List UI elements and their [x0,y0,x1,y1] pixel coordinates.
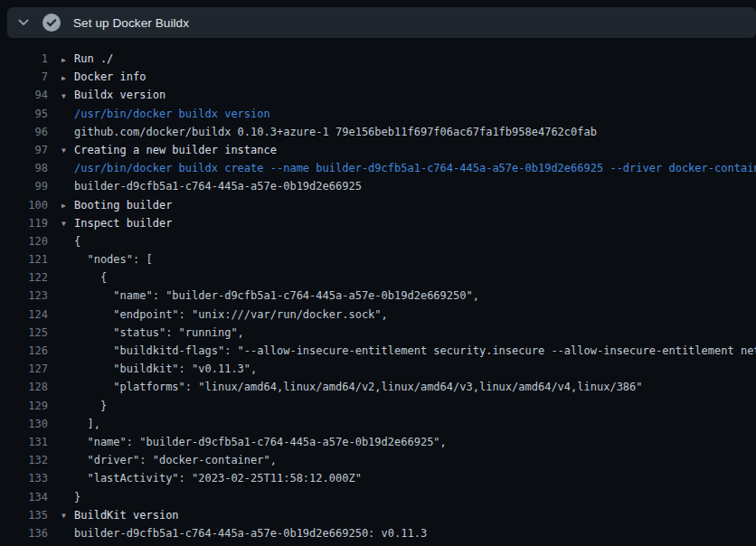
log-line-text: "buildkitd-flags": "--allow-insecure-ent… [74,344,756,357]
line-number-link[interactable]: 132 [0,451,48,469]
log-group-row[interactable]: 1 ▶Run ./ [0,50,756,68]
log-area: 1 ▶Run ./ 7 ▶Docker info 94 ▼Buildx vers… [0,38,756,546]
log-line-text: "status": "running", [74,326,244,339]
group-collapsed-icon: ▶ [61,52,74,69]
log-line-text: Docker info [74,71,146,83]
group-expanded-icon: ▼ [61,142,74,159]
line-number-link[interactable]: 130 [0,415,48,433]
line-number-link[interactable]: 120 [0,232,48,250]
log-line-text: "lastActivity": "2023-02-25T11:58:12.000… [74,472,362,485]
log-line-text: Inspect builder [74,217,172,230]
line-number-link[interactable]: 125 [0,324,48,342]
line-number-link[interactable]: 95 [0,105,48,123]
log-group-row[interactable]: 97 ▼Creating a new builder instance [0,141,756,159]
line-number-link[interactable]: 123 [0,287,48,305]
line-number-link[interactable]: 99 [0,177,48,195]
line-number-link[interactable]: 94 [0,86,48,104]
line-number-link[interactable]: 7 [0,68,48,86]
log-line-text: "nodes": [ [74,253,153,266]
log-line-text: { [74,235,80,248]
log-row: 132 "driver": "docker-container", [0,451,756,469]
log-group-row[interactable]: 135 ▼BuildKit version [0,506,756,524]
group-collapsed-icon: ▶ [61,70,74,87]
line-number-link[interactable]: 126 [0,342,48,360]
log-row: 126 "buildkitd-flags": "--allow-insecure… [0,342,756,360]
log-line-text: "name": "builder-d9cfb5a1-c764-445a-a57e… [74,436,447,448]
log-row: 127 "buildkit": "v0.11.3", [0,360,756,378]
line-number-link[interactable]: 98 [0,159,48,177]
line-number-link[interactable]: 119 [0,214,48,232]
log-line-text: "endpoint": "unix:///var/run/docker.sock… [74,308,388,321]
line-number-link[interactable]: 124 [0,306,48,324]
group-expanded-icon: ▼ [61,88,74,105]
log-line-text: Creating a new builder instance [74,144,277,156]
log-line-text: } [74,400,107,412]
log-line-text: } [74,491,80,504]
log-line-text: "name": "builder-d9cfb5a1-c764-445a-a57e… [74,289,479,302]
log-row: 96 github.com/docker/buildx 0.10.3+azure… [0,123,756,141]
line-number-link[interactable]: 96 [0,123,48,141]
line-number-link[interactable]: 136 [0,524,48,542]
log-row: 129 } [0,397,756,415]
line-number-link[interactable]: 135 [0,506,48,524]
log-row: 123 "name": "builder-d9cfb5a1-c764-445a-… [0,287,756,305]
log-line-text: ], [74,418,100,430]
log-row: 136 builder-d9cfb5a1-c764-445a-a57e-0b19… [0,524,756,542]
log-line-text: github.com/docker/buildx 0.10.3+azure-1 … [74,126,597,138]
log-line-text: BuildKit version [74,509,179,522]
log-row: 98 /usr/bin/docker buildx create --name … [0,159,756,177]
log-row: 133 "lastActivity": "2023-02-25T11:58:12… [0,469,756,487]
line-number-link[interactable]: 134 [0,488,48,506]
log-row: 124 "endpoint": "unix:///var/run/docker.… [0,306,756,324]
line-number-link[interactable]: 121 [0,250,48,268]
line-number-link[interactable]: 129 [0,397,48,415]
log-row: 122 { [0,268,756,287]
line-number-link[interactable]: 127 [0,360,48,378]
line-number-link[interactable]: 128 [0,378,48,396]
log-row: 130 ], [0,415,756,433]
chevron-down-icon[interactable] [16,15,31,30]
log-group-row[interactable]: 100 ▶Booting builder [0,196,756,214]
group-expanded-icon: ▼ [61,215,74,232]
line-number-link[interactable]: 131 [0,433,48,451]
group-collapsed-icon: ▶ [61,197,74,214]
log-line-text: Booting builder [74,199,172,212]
log-row: 128 "platforms": "linux/amd64,linux/amd6… [0,378,756,396]
line-number-link[interactable]: 97 [0,141,48,159]
log-row: 134 } [0,488,756,506]
log-row: 120 { [0,232,756,250]
log-line-text: "platforms": "linux/amd64,linux/amd64/v2… [74,381,643,393]
group-expanded-icon: ▼ [61,507,74,524]
log-line-text: /usr/bin/docker buildx version [74,108,270,120]
log-line-text: { [74,271,107,284]
line-number-link[interactable]: 133 [0,469,48,487]
log-row: 131 "name": "builder-d9cfb5a1-c764-445a-… [0,433,756,451]
step-header-set-up-docker-buildx[interactable]: Set up Docker Buildx [7,7,756,38]
step-title: Set up Docker Buildx [73,16,189,30]
log-line-text: builder-d9cfb5a1-c764-445a-a57e-0b19d2e6… [74,527,427,540]
log-line-text: "buildkit": "v0.11.3", [74,362,257,375]
check-circle-icon [43,14,61,32]
log-row: 121 "nodes": [ [0,250,756,268]
log-line-text: Run ./ [74,52,113,65]
actions-log-page: Set up Docker Buildx 1 ▶Run ./ 7 ▶Docker… [0,0,756,546]
log-row: 125 "status": "running", [0,324,756,342]
line-number-link[interactable]: 100 [0,196,48,214]
log-line-text: "driver": "docker-container", [74,454,277,466]
log-row: 95 /usr/bin/docker buildx version [0,105,756,123]
line-number-link[interactable]: 122 [0,268,48,287]
log-line-text: builder-d9cfb5a1-c764-445a-a57e-0b19d2e6… [74,180,362,193]
log-line-text: /usr/bin/docker buildx create --name bui… [74,162,756,174]
log-row: 99 builder-d9cfb5a1-c764-445a-a57e-0b19d… [0,177,756,195]
log-group-row[interactable]: 94 ▼Buildx version [0,86,756,104]
log-group-row[interactable]: 119 ▼Inspect builder [0,214,756,232]
log-group-row[interactable]: 7 ▶Docker info [0,68,756,86]
line-number-link[interactable]: 1 [0,50,48,68]
log-line-text: Buildx version [74,89,165,101]
